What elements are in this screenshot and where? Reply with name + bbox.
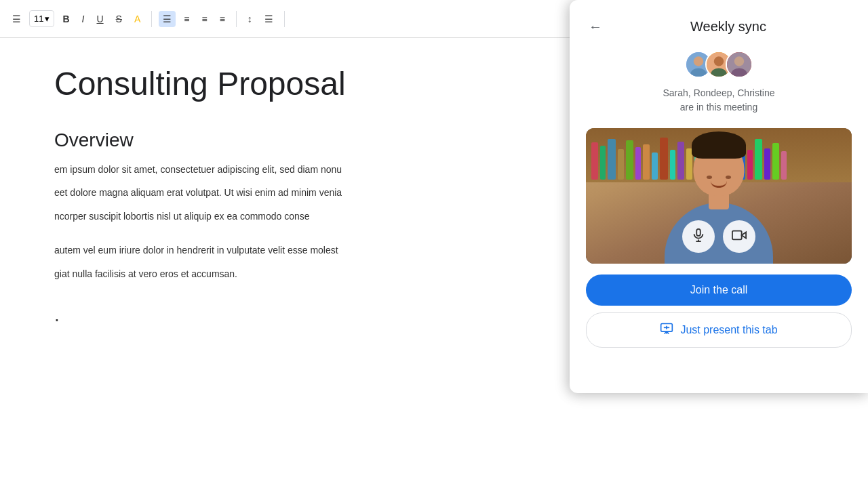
menu-button[interactable]: ☰ [8, 11, 25, 27]
italic-button[interactable]: I [78, 11, 89, 27]
align-left-icon: ☰ [163, 14, 172, 24]
bullets-button[interactable]: ☰ [260, 11, 277, 27]
line-spacing-icon: ↕ [248, 14, 252, 24]
avatars-row [685, 51, 753, 78]
highlight-icon: A [134, 14, 140, 24]
paragraph-4: autem vel eum iriure dolor in hendrerit … [54, 243, 448, 258]
line-spacing-button[interactable]: ↕ [243, 11, 256, 27]
toolbar-divider-3 [284, 11, 285, 27]
svg-rect-9 [696, 228, 701, 235]
font-size-value: 11 [34, 14, 43, 24]
bold-button[interactable]: B [58, 11, 73, 27]
svg-point-7 [734, 56, 744, 66]
back-button[interactable]: ← [586, 16, 605, 37]
underline-icon: U [96, 14, 103, 24]
font-size-selector[interactable]: 11 ▾ [29, 10, 54, 27]
bullets-icon: ☰ [264, 14, 273, 24]
join-call-button[interactable]: Join the call [586, 274, 852, 306]
video-preview [586, 128, 852, 264]
paragraph-1: em ipsum dolor sit amet, consectetuer ad… [54, 162, 448, 177]
align-right-icon: ≡ [201, 14, 207, 24]
align-justify-icon: ≡ [220, 14, 225, 24]
toolbar-divider-1 [151, 11, 152, 27]
avatar-christine [726, 51, 753, 78]
meeting-panel: ← Weekly sync Sar [570, 0, 868, 393]
present-icon [660, 322, 673, 338]
align-justify-button[interactable]: ≡ [216, 11, 229, 27]
align-right-button[interactable]: ≡ [197, 11, 211, 27]
font-size-arrow-icon: ▾ [45, 14, 50, 24]
back-icon: ← [589, 19, 602, 35]
svg-rect-12 [732, 230, 742, 239]
highlight-button[interactable]: A [130, 11, 144, 27]
italic-icon: I [82, 14, 85, 24]
video-controls [682, 220, 755, 253]
participants-text: Sarah, Rondeep, Christine are in this me… [663, 86, 775, 115]
present-tab-label: Just present this tab [680, 324, 777, 336]
paragraph-5: giat nulla facilisis at vero eros et acc… [54, 266, 448, 281]
strikethrough-icon: S [116, 14, 122, 24]
camera-icon [732, 228, 747, 246]
microphone-icon [691, 228, 706, 246]
microphone-button[interactable] [682, 220, 715, 253]
meeting-title: Weekly sync [605, 19, 852, 35]
paragraph-3: ncorper suscipit lobortis nisl ut aliqui… [54, 209, 448, 224]
panel-header: ← Weekly sync [586, 16, 852, 37]
align-center-button[interactable]: ≡ [180, 11, 193, 27]
camera-button[interactable] [723, 220, 755, 253]
svg-point-1 [694, 56, 703, 66]
svg-point-4 [714, 56, 724, 66]
present-tab-button[interactable]: Just present this tab [586, 312, 852, 348]
paragraph-2: eet dolore magna aliquam erat volutpat. … [54, 185, 448, 200]
align-center-icon: ≡ [184, 14, 189, 24]
strikethrough-button[interactable]: S [112, 11, 126, 27]
toolbar-divider-2 [236, 11, 237, 27]
underline-button[interactable]: U [92, 11, 107, 27]
bold-icon: B [62, 14, 69, 24]
menu-icon: ☰ [12, 14, 21, 24]
align-left-button[interactable]: ☰ [159, 11, 176, 27]
